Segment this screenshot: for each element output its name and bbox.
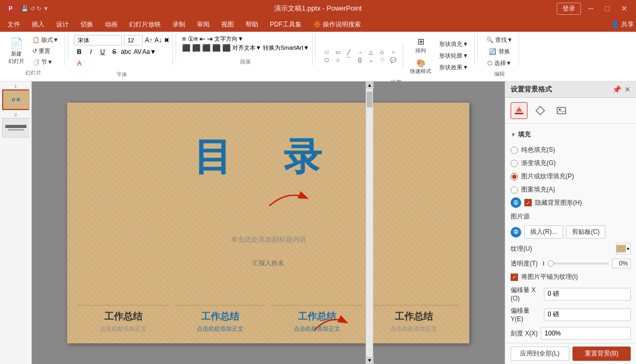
picture-fill-radio[interactable] [511,173,518,180]
indent-increase-btn[interactable]: ⇥ [207,35,213,43]
menu-slideshow[interactable]: 幻灯片放映 [124,19,166,31]
menu-insert[interactable]: 插入 [26,19,50,31]
maximize-button[interactable]: □ [601,4,614,13]
menu-animation[interactable]: 动画 [99,19,123,31]
gradient-fill-option[interactable]: 渐变填充(G) [511,157,631,170]
shape-rounded[interactable]: ▭ [333,48,342,56]
font-size-down[interactable]: A↓ [155,37,162,44]
scroll-thumb[interactable] [367,92,372,107]
section-button[interactable]: 📑 节▼ [30,57,61,67]
shape-curved[interactable]: ⌒ [344,56,353,63]
new-slide-button[interactable]: 📄 新建 幻灯片 [5,35,28,67]
shape-more[interactable]: ⌄ [366,56,376,63]
shape-diamond[interactable]: ◇ [377,48,387,56]
shape-para[interactable]: ⬡ [322,56,331,63]
shape-bracket[interactable]: {} [355,56,365,63]
menu-record[interactable]: 录制 [167,19,190,31]
font-family-input[interactable] [74,35,122,46]
slide-main-title[interactable]: 目 录 [107,132,429,183]
clipboard-button[interactable]: 剪贴板(C) [566,225,606,239]
insert-picture-button[interactable]: 插入(R)... [524,225,563,239]
reset-button[interactable]: ↺ 重置 [30,46,61,56]
replace-button[interactable]: 🔄 替换 [486,47,512,57]
share-button[interactable]: 👤 共享 [611,20,634,29]
vertical-scrollbar[interactable]: ▲ ▼ [366,81,373,364]
slide-thumb-2[interactable] [2,118,29,138]
reset-bg-button[interactable]: 重置背景(B) [573,347,631,361]
hide-bg-checkbox[interactable]: ✓ [524,199,532,206]
panel-close-button[interactable]: ✕ [624,85,631,94]
texture-picker[interactable]: ▼ [616,243,631,254]
picture-tab-button[interactable] [553,102,570,119]
text-shadow-button[interactable]: abc [121,47,131,57]
shape-oval[interactable]: ○ [388,48,398,56]
transparency-value[interactable]: 0% [612,259,631,268]
slide-area[interactable]: ▲ ▼ 目 录 单击此处添加副标题内容 汇报人姓名 [32,81,505,364]
pattern-fill-option[interactable]: 图案填充(A) [511,183,631,196]
list-bullet-btn[interactable]: ≡ [182,35,186,43]
col-btn[interactable]: ⬛ [222,44,231,52]
shape-star[interactable]: ☆ [333,56,342,63]
shape-rect[interactable]: □ [322,48,331,56]
panel-pin-icon[interactable]: 📌 [612,85,621,94]
italic-button[interactable]: I [86,47,96,57]
indent-decrease-btn[interactable]: ⇤ [199,35,205,43]
solid-fill-radio[interactable] [511,147,518,154]
scroll-up-btn[interactable]: ▲ [366,81,374,89]
slide-subtitle[interactable]: 单击此处添加副标题内容 [231,235,306,244]
shape-fill-button[interactable]: 形状填充▼ [437,39,471,49]
menu-pdf[interactable]: PDF工具集 [265,19,307,31]
select-button[interactable]: ⬡ 选择▼ [485,58,514,68]
arrange-button[interactable]: ⊞ 排列 [407,35,434,56]
bold-button[interactable]: B [74,47,85,57]
transparency-slider[interactable] [548,262,609,265]
shape-tri[interactable]: △ [366,48,376,56]
menu-review[interactable]: 审阅 [192,19,215,31]
minimize-button[interactable]: ─ [584,4,598,13]
clear-format-icon[interactable]: ✖ [164,37,169,44]
font-case-button[interactable]: Aa▼ [144,47,155,57]
list-number-btn[interactable]: ①≡ [188,35,198,43]
hide-bg-checkbox-row[interactable]: ✓ 隐藏背景图形(H) [524,198,582,207]
fill-tab-button[interactable] [511,102,528,119]
slide-reporter[interactable]: 汇报人姓名 [252,259,284,268]
shape-effect-button[interactable]: 形状效果▼ [437,62,471,72]
slide-thumb-1[interactable]: 目录 [2,89,29,110]
menu-design[interactable]: 设计 [51,19,74,31]
text-direction-btn[interactable]: 文字方向▼ [214,35,243,43]
login-button[interactable]: 登录 [557,3,581,15]
tile-checkbox[interactable]: ✓ [511,274,518,281]
effects-tab-button[interactable] [532,102,549,119]
shape-callout[interactable]: 💬 [388,56,398,63]
align-text-btn[interactable]: 对齐文本▼ [232,44,261,52]
scale-x-input[interactable] [541,327,631,340]
font-size-input[interactable] [124,35,143,46]
convert-smartart-btn[interactable]: 转换为SmartArt▼ [263,44,309,52]
find-button[interactable]: 🔍 查找▼ [484,35,515,45]
pattern-fill-radio[interactable] [511,186,518,194]
menu-search[interactable]: 🔆 操作说明搜索 [308,19,366,31]
font-color-button[interactable]: A [74,58,85,69]
menu-transition[interactable]: 切换 [75,19,98,31]
shape-line[interactable]: ╱ [344,48,353,56]
solid-fill-option[interactable]: 纯色填充(S) [511,143,631,157]
picture-fill-option[interactable]: 图片或纹理填充(P) [511,170,631,183]
scroll-down-btn[interactable]: ▼ [366,357,374,364]
quick-style-button[interactable]: 🎨 快速样式 [407,57,434,77]
strikethrough-button[interactable]: S [109,47,120,57]
offset-x-input[interactable] [544,288,631,301]
apply-all-button[interactable]: 应用到全部(L) [511,347,569,361]
menu-view[interactable]: 视图 [216,19,239,31]
gradient-fill-radio[interactable] [511,160,518,167]
shape-arrow[interactable]: → [355,48,365,56]
align-left-btn[interactable]: ⬛ [182,44,190,52]
align-center-btn[interactable]: ⬛ [192,44,201,52]
menu-help[interactable]: 帮助 [240,19,264,31]
menu-file[interactable]: 文件 [2,19,25,31]
transparency-thumb[interactable] [548,260,554,267]
underline-button[interactable]: U [97,47,108,57]
offset-y-input[interactable] [544,308,631,321]
font-size-up[interactable]: A↑ [145,37,152,44]
fill-section-header[interactable]: ▼ 填充 [505,128,636,142]
close-button[interactable]: ✕ [617,4,632,13]
